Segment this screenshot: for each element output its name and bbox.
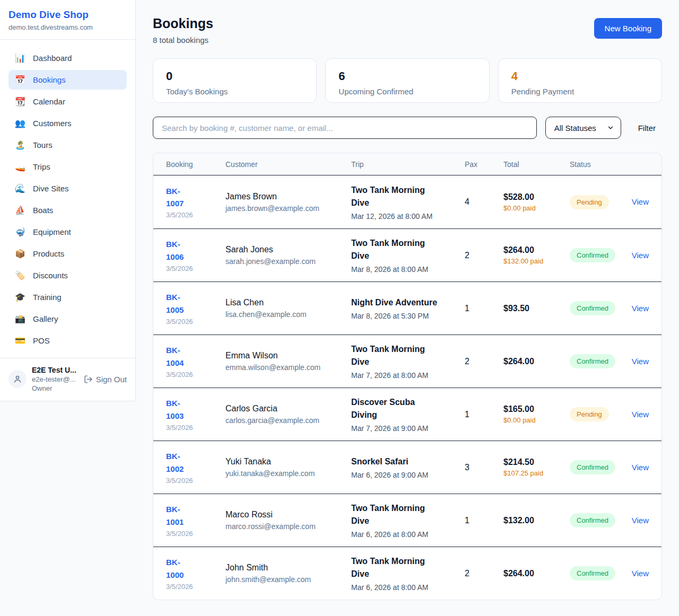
status-badge: Pending <box>570 195 609 209</box>
sidebar-item-gallery[interactable]: 📸 Gallery <box>8 309 127 329</box>
table-row: BK-1002 3/5/2026 Yuki Tanaka yuki.tanaka… <box>153 441 661 494</box>
sidebar-item-bookings[interactable]: 📅 Bookings <box>8 70 127 90</box>
sidebar-item-label: Products <box>33 249 64 258</box>
booking-id-link[interactable]: BK-1006 <box>166 238 196 263</box>
search-input[interactable] <box>153 117 537 139</box>
customer-email: lisa.chen@example.com <box>225 310 351 319</box>
pax-count: 1 <box>465 410 503 419</box>
pax-count: 2 <box>465 251 503 260</box>
status-badge: Confirmed <box>570 566 615 580</box>
trip-datetime: Mar 7, 2026 at 9:00 AM <box>351 424 465 433</box>
user-block: E2E Test U... e2e-tester@... Owner Sign … <box>0 358 135 401</box>
status-cell: Confirmed <box>570 301 629 315</box>
trip-name: Two Tank Morning Dive <box>351 343 440 368</box>
trip-name: Two Tank Morning Dive <box>351 237 440 262</box>
status-cell: Confirmed <box>570 566 629 580</box>
booking-id-link[interactable]: BK-1004 <box>166 344 196 369</box>
paid-amount: $107.25 paid <box>503 469 551 477</box>
booking-date: 3/5/2026 <box>166 477 225 485</box>
customer-email: james.brown@example.com <box>225 204 351 213</box>
trip-cell: Discover Scuba Diving Mar 7, 2026 at 9:0… <box>351 396 465 433</box>
trip-datetime: Mar 7, 2026 at 8:00 AM <box>351 371 465 380</box>
actions-cell: View <box>629 251 649 260</box>
stat-card-upcoming-confirmed: 6 Upcoming Confirmed <box>325 58 489 103</box>
sidebar-item-calendar[interactable]: 📆 Calendar <box>8 92 127 111</box>
logout-icon <box>84 375 93 384</box>
sign-out-button[interactable]: Sign Out <box>84 375 127 384</box>
customer-email: yuki.tanaka@example.com <box>225 469 351 478</box>
total-amount: $214.50 <box>503 457 570 467</box>
view-link[interactable]: View <box>632 197 649 206</box>
customer-name: Lisa Chen <box>225 298 351 307</box>
booking-id-link[interactable]: BK-1003 <box>166 397 196 422</box>
pax-count: 3 <box>465 463 503 472</box>
stat-value: 0 <box>166 69 303 83</box>
booking-id-link[interactable]: BK-1002 <box>166 450 196 475</box>
bookings-table: Booking Customer Trip Pax Total Status B… <box>153 153 662 600</box>
booking-cell: BK-1005 3/5/2026 <box>166 291 225 325</box>
sidebar-item-tours[interactable]: 🏝️ Tours <box>8 135 127 155</box>
new-booking-button[interactable]: New Booking <box>594 18 662 39</box>
view-link[interactable]: View <box>632 410 649 419</box>
bar-chart-icon: 📊 <box>15 54 25 63</box>
sidebar-item-boats[interactable]: ⛵ Boats <box>8 200 127 220</box>
sidebar-item-label: Dive Sites <box>33 184 69 193</box>
status-cell: Pending <box>570 195 629 209</box>
total-amount: $165.00 <box>503 404 570 414</box>
column-header-total: Total <box>503 160 570 169</box>
status-badge: Confirmed <box>570 460 615 474</box>
customer-email: marco.rossi@example.com <box>225 522 351 531</box>
diving-mask-icon: 🤿 <box>15 228 25 236</box>
trip-cell: Night Dive Adventure Mar 8, 2026 at 5:30… <box>351 296 465 320</box>
tag-icon: 🏷️ <box>15 271 25 280</box>
total-cell: $264.00 <box>503 357 570 366</box>
customer-name: John Smith <box>225 563 351 573</box>
sidebar-item-products[interactable]: 📦 Products <box>8 244 127 263</box>
sidebar-item-pos[interactable]: 💳 POS <box>8 331 127 350</box>
sidebar-item-customers[interactable]: 👥 Customers <box>8 113 127 133</box>
actions-cell: View <box>629 516 649 525</box>
total-amount: $264.00 <box>503 569 570 578</box>
customer-cell: Carlos Garcia carlos.garcia@example.com <box>225 404 351 425</box>
sidebar-item-dashboard[interactable]: 📊 Dashboard <box>8 48 127 68</box>
booking-id-link[interactable]: BK-1007 <box>166 185 196 210</box>
view-link[interactable]: View <box>632 357 649 366</box>
paid-amount: $132.00 paid <box>503 257 551 265</box>
app-layout: Demo Dive Shop demo.test.divestreams.com… <box>0 0 679 616</box>
total-amount: $264.00 <box>503 357 570 366</box>
pax-count: 2 <box>465 357 503 366</box>
view-link[interactable]: View <box>632 304 649 313</box>
total-amount: $528.00 <box>503 192 570 202</box>
main-content: Bookings 8 total bookings New Booking 0 … <box>136 0 679 616</box>
booking-id-link[interactable]: BK-1001 <box>166 503 196 528</box>
trip-cell: Two Tank Morning Dive Mar 7, 2026 at 8:0… <box>351 343 465 380</box>
trip-name: Two Tank Morning Dive <box>351 555 440 580</box>
pax-count: 2 <box>465 569 503 578</box>
customer-name: James Brown <box>225 192 351 201</box>
actions-cell: View <box>629 410 649 419</box>
view-link[interactable]: View <box>632 251 649 260</box>
sidebar-item-training[interactable]: 🎓 Training <box>8 287 127 307</box>
view-link[interactable]: View <box>632 516 649 525</box>
sidebar: Demo Dive Shop demo.test.divestreams.com… <box>0 0 136 401</box>
total-cell: $214.50 $107.25 paid <box>503 457 570 477</box>
sidebar-item-trips[interactable]: 🚤 Trips <box>8 157 127 177</box>
view-link[interactable]: View <box>632 463 649 472</box>
booking-id-link[interactable]: BK-1005 <box>166 291 196 316</box>
sidebar-item-label: Equipment <box>33 227 71 236</box>
sidebar-nav: 📊 Dashboard 📅 Bookings 📆 Calendar 👥 Cust… <box>0 40 135 358</box>
user-email: e2e-tester@... <box>32 375 79 383</box>
sidebar-item-discounts[interactable]: 🏷️ Discounts <box>8 266 127 285</box>
shop-name: Demo Dive Shop <box>8 9 127 21</box>
sidebar-item-dive-sites[interactable]: 🌊 Dive Sites <box>8 179 127 198</box>
pax-count: 4 <box>465 197 503 207</box>
status-filter-select[interactable]: All Statuses <box>545 117 621 139</box>
sidebar-item-equipment[interactable]: 🤿 Equipment <box>8 222 127 242</box>
speedboat-icon: 🚤 <box>15 163 25 171</box>
sidebar-item-label: Customers <box>33 119 72 128</box>
filter-button[interactable]: Filter <box>632 119 662 137</box>
trip-datetime: Mar 6, 2026 at 9:00 AM <box>351 471 465 479</box>
booking-id-link[interactable]: BK-1000 <box>166 556 196 581</box>
view-link[interactable]: View <box>632 569 649 578</box>
table-body: BK-1007 3/5/2026 James Brown james.brown… <box>153 175 661 600</box>
